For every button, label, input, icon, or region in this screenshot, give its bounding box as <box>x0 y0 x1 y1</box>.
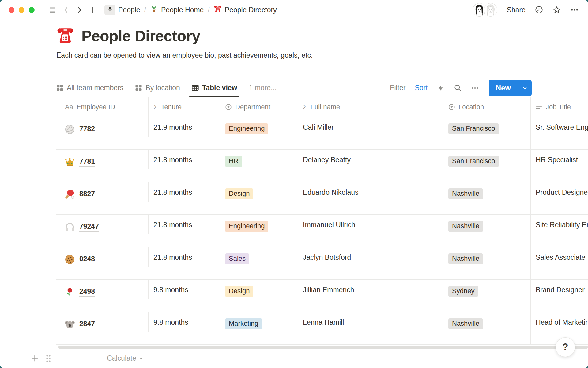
tenure-cell[interactable]: 21.9 months <box>149 117 220 149</box>
tab-table-view[interactable]: Table view <box>192 79 237 97</box>
location-tag[interactable]: San Francisco <box>448 123 499 134</box>
minimize-window-button[interactable] <box>19 7 24 13</box>
department-tag[interactable]: Sales <box>225 253 249 264</box>
close-window-button[interactable] <box>9 7 14 13</box>
full-name-cell[interactable]: Lenna Hamill <box>298 312 443 344</box>
department-tag[interactable]: Engineering <box>225 123 268 134</box>
full-name-cell[interactable]: Delaney Beatty <box>298 150 443 182</box>
new-button[interactable]: New <box>489 80 518 96</box>
zoom-window-button[interactable] <box>29 7 35 13</box>
column-label: Department <box>235 103 270 111</box>
employee-id-link[interactable]: 7782 <box>79 125 95 134</box>
breadcrumb-item-people[interactable]: People <box>104 5 140 15</box>
table-row[interactable]: 7782 21.9 months Engineering Cali Miller… <box>56 117 588 150</box>
breadcrumb-item-people-home[interactable]: People Home <box>150 5 204 15</box>
new-tab-icon[interactable] <box>86 3 100 17</box>
table-row[interactable]: 8827 21.8 months Design Eduardo Nikolaus… <box>56 182 588 215</box>
horizontal-scrollbar[interactable] <box>58 346 588 349</box>
tenure-cell[interactable]: 9.8 months <box>149 280 220 312</box>
job-title-cell[interactable]: Sr. Software Engineer <box>531 117 588 149</box>
sort-button[interactable]: Sort <box>415 84 428 92</box>
table-row[interactable]: 7781 21.8 months HR Delaney Beatty San F… <box>56 150 588 182</box>
help-button[interactable]: ? <box>556 337 575 357</box>
location-tag[interactable]: Nashville <box>448 221 483 232</box>
rose-icon <box>64 286 75 297</box>
tenure-cell[interactable]: 9.8 months <box>149 312 220 344</box>
job-title-cell[interactable]: Brand Designer <box>531 280 588 312</box>
department-tag[interactable]: Design <box>225 286 253 297</box>
traffic-lights <box>9 7 35 13</box>
job-title-cell[interactable]: Site Reliability Engineer <box>531 215 588 247</box>
tab-all-team-members[interactable]: All team members <box>56 79 123 97</box>
automation-bolt-icon[interactable] <box>437 84 444 92</box>
sidebar-menu-icon[interactable] <box>46 3 59 17</box>
view-toolbar: All team members By location Table view … <box>56 79 588 97</box>
employee-id-link[interactable]: 0248 <box>79 255 95 264</box>
full-name-cell[interactable]: Immanuel Ullrich <box>298 215 443 247</box>
location-tag[interactable]: Sydney <box>448 286 478 297</box>
history-clock-icon[interactable] <box>535 6 543 14</box>
formula-property-icon: Σ <box>153 103 158 111</box>
column-label: Job Title <box>546 103 571 111</box>
text-property-icon <box>536 104 542 110</box>
favorite-star-icon[interactable] <box>552 6 561 14</box>
new-dropdown-button[interactable] <box>518 80 532 96</box>
column-header-department[interactable]: Department <box>220 97 298 117</box>
breadcrumb-separator: / <box>207 6 210 14</box>
calculate-button[interactable]: Calculate <box>56 354 144 362</box>
title-property-icon: Aa <box>65 103 73 111</box>
new-button-group: New <box>489 80 532 96</box>
view-options-icon[interactable] <box>471 84 479 92</box>
job-title-cell[interactable]: Product Designer <box>531 182 588 214</box>
table-row[interactable]: 2498 9.8 months Design Jillian Emmerich … <box>56 280 588 312</box>
full-name-cell[interactable]: Jaclyn Botsford <box>298 247 443 279</box>
location-tag[interactable]: San Francisco <box>448 156 499 167</box>
location-tag[interactable]: Nashville <box>448 253 483 264</box>
table-row[interactable]: 2847 9.8 months Marketing Lenna Hamill N… <box>56 312 588 345</box>
breadcrumb-item-people-directory[interactable]: People Directory <box>214 5 277 15</box>
tab-by-location[interactable]: By location <box>135 79 180 97</box>
employee-id-link[interactable]: 2498 <box>79 287 95 297</box>
column-label: Location <box>458 103 484 111</box>
department-tag[interactable]: Engineering <box>225 221 268 232</box>
column-header-full-name[interactable]: Σ Full name <box>298 97 443 117</box>
tab-more[interactable]: 1 more... <box>249 84 277 92</box>
job-title-cell[interactable]: Sales Associate <box>531 247 588 279</box>
column-header-location[interactable]: Location <box>443 97 531 117</box>
employee-id-link[interactable]: 79247 <box>79 222 99 232</box>
column-header-tenure[interactable]: Σ Tenure <box>149 97 220 117</box>
breadcrumb-label: People Home <box>161 6 204 14</box>
department-tag[interactable]: Design <box>225 188 253 199</box>
column-header-employee-id[interactable]: Aa Employee ID <box>56 97 149 117</box>
employee-id-link[interactable]: 8827 <box>79 190 95 199</box>
add-row-icon[interactable] <box>31 354 39 364</box>
location-tag[interactable]: Nashville <box>448 188 483 199</box>
table-row[interactable]: 79247 21.8 months Engineering Immanuel U… <box>56 215 588 247</box>
tenure-cell[interactable]: 21.8 months <box>149 215 220 247</box>
employee-id-link[interactable]: 2847 <box>79 320 95 329</box>
select-property-icon <box>448 104 455 110</box>
full-name-cell[interactable]: Jillian Emmerich <box>298 280 443 312</box>
forward-icon[interactable] <box>73 3 86 17</box>
employee-id-link[interactable]: 7781 <box>79 157 95 167</box>
filter-button[interactable]: Filter <box>390 84 405 92</box>
tenure-cell[interactable]: 21.8 months <box>149 150 220 182</box>
search-icon[interactable] <box>454 84 462 92</box>
more-options-icon[interactable] <box>570 6 579 14</box>
drag-handle-icon[interactable] <box>45 354 51 364</box>
job-title-cell[interactable]: HR Specialist <box>531 150 588 182</box>
share-button[interactable]: Share <box>507 6 526 14</box>
full-name-cell[interactable]: Eduardo Nikolaus <box>298 182 443 214</box>
table-row[interactable]: 0248 21.8 months Sales Jaclyn Botsford N… <box>56 247 588 280</box>
active-collaborators[interactable] <box>472 3 498 17</box>
page-icon-red-telephone[interactable] <box>56 26 74 45</box>
column-header-job-title[interactable]: Job Title <box>531 97 588 117</box>
tenure-cell[interactable]: 21.8 months <box>149 247 220 279</box>
location-tag[interactable]: Nashville <box>448 318 483 329</box>
full-name-cell[interactable]: Cali Miller <box>298 117 443 149</box>
department-tag[interactable]: Marketing <box>225 318 262 329</box>
formula-property-icon: Σ <box>303 103 307 111</box>
tenure-cell[interactable]: 21.8 months <box>149 182 220 214</box>
back-icon[interactable] <box>59 3 73 17</box>
department-tag[interactable]: HR <box>225 156 242 167</box>
